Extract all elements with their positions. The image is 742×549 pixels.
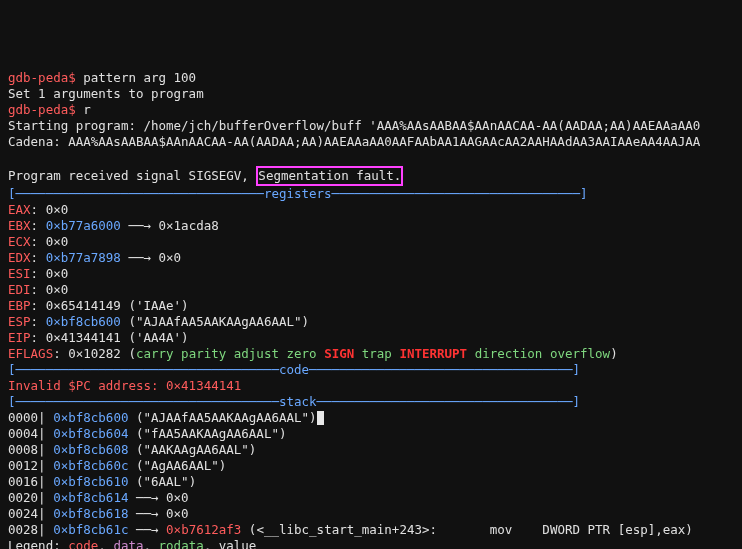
stack-addr-0: 0×bf8cb600 (53, 410, 128, 425)
stack-tail-2: ("AAKAAgAA6AAL") (128, 442, 256, 457)
cursor (317, 411, 324, 425)
ef-close: ) (610, 346, 618, 361)
legend-value: , value (204, 538, 257, 549)
prompt: gdb-peda$ (8, 70, 76, 85)
code-hdr-label: code (279, 362, 309, 377)
starting-program: Starting program: /home/jch/bufferOverfl… (8, 118, 700, 133)
code-hdr-post: ───────────────────────────────────] (309, 362, 580, 377)
reg-esp-tail: ("AJAAfAA5AAKAAgAA6AAL") (121, 314, 309, 329)
stack-addr-2: 0×bf8cb608 (53, 442, 128, 457)
code-hdr-pre: [─────────────────────────────────── (8, 362, 279, 377)
reg-ebp-val: : 0×65414149 ('IAAe') (31, 298, 189, 313)
command-1: pattern arg 100 (76, 70, 196, 85)
reg-eax-val: : 0×0 (31, 202, 69, 217)
segfault-highlight: Segmentation fault. (256, 166, 403, 186)
reg-eflags-val: : 0×10282 ( (53, 346, 136, 361)
registers-hdr-label: registers (264, 186, 332, 201)
reg-edi-val: : 0×0 (31, 282, 69, 297)
ef-adjust: adjust (234, 346, 287, 361)
reg-edi-key: EDI (8, 282, 31, 297)
set-args-line: Set 1 arguments to program (8, 86, 204, 101)
stack-off-7: 0028 (8, 522, 38, 537)
stack-tail-6: ──→ 0×0 (128, 506, 188, 521)
stack-tail-5: ──→ 0×0 (128, 490, 188, 505)
legend-code: code (68, 538, 98, 549)
reg-esi-val: : 0×0 (31, 266, 69, 281)
ef-dir-overflow: direction overflow (467, 346, 610, 361)
reg-edx-tail: ──→ 0×0 (121, 250, 181, 265)
legend-prefix: Legend: (8, 538, 68, 549)
stack-addr-7: 0×bf8cb61c (53, 522, 128, 537)
stack-off-3: 0012 (8, 458, 38, 473)
stack-addr2-7: 0×b7612af3 (166, 522, 241, 537)
reg-eflags-key: EFLAGS (8, 346, 53, 361)
ef-sign: SIGN (324, 346, 354, 361)
stack-hdr-post: ──────────────────────────────────] (317, 394, 580, 409)
reg-esp-addr: 0×bf8cb600 (46, 314, 121, 329)
stack-addr-6: 0×bf8cb618 (53, 506, 128, 521)
invalid-pc: Invalid $PC address: 0×41344141 (8, 378, 241, 393)
reg-ecx-key: ECX (8, 234, 31, 249)
stack-hdr-pre: [─────────────────────────────────── (8, 394, 279, 409)
reg-ebp-key: EBP (8, 298, 31, 313)
legend-data: data (113, 538, 143, 549)
reg-ebx-tail: ──→ 0×1acda8 (121, 218, 219, 233)
reg-esp-key: ESP (8, 314, 31, 329)
signal-line-prefix: Program received signal SIGSEGV, (8, 168, 256, 183)
ef-interrupt: INTERRUPT (399, 346, 467, 361)
stack-tail-0: ("AJAAfAA5AAKAAgAA6AAL") (128, 410, 316, 425)
stack-off-5: 0020 (8, 490, 38, 505)
stack-addr-1: 0×bf8cb604 (53, 426, 128, 441)
stack-arrow-7: ──→ (128, 522, 166, 537)
reg-ebx-addr: 0×b77a6000 (46, 218, 121, 233)
stack-off-0: 0000 (8, 410, 38, 425)
stack-off-6: 0024 (8, 506, 38, 521)
terminal-output[interactable]: gdb-peda$ pattern arg 100 Set 1 argument… (8, 70, 734, 549)
reg-esi-key: ESI (8, 266, 31, 281)
reg-ebx-key: EBX (8, 218, 31, 233)
stack-tail-4: ("6AAL") (128, 474, 196, 489)
reg-edx-addr: 0×b77a7898 (46, 250, 121, 265)
stack-hdr-label: stack (279, 394, 317, 409)
registers-hdr-post: ─────────────────────────────────] (332, 186, 588, 201)
ef-parity: parity (181, 346, 234, 361)
stack-tail-3: ("AgAA6AAL") (128, 458, 226, 473)
ef-zero: zero (286, 346, 324, 361)
ef-carry: carry (136, 346, 181, 361)
stack-tail-1: ("fAA5AAKAAgAA6AAL") (128, 426, 286, 441)
stack-off-1: 0004 (8, 426, 38, 441)
stack-addr-4: 0×bf8cb610 (53, 474, 128, 489)
prompt: gdb-peda$ (8, 102, 76, 117)
command-2: r (76, 102, 91, 117)
reg-edx-key: EDX (8, 250, 31, 265)
stack-addr-3: 0×bf8cb60c (53, 458, 128, 473)
reg-eip-val: : 0×41344141 ('AA4A') (31, 330, 189, 345)
cadena-line: Cadena: AAA%AAsAABAA$AAnAACAA-AA(AADAA;A… (8, 134, 700, 149)
reg-eip-key: EIP (8, 330, 31, 345)
stack-addr-5: 0×bf8cb614 (53, 490, 128, 505)
reg-eax-key: EAX (8, 202, 31, 217)
ef-trap: trap (354, 346, 399, 361)
stack-off-2: 0008 (8, 442, 38, 457)
reg-ecx-val: : 0×0 (31, 234, 69, 249)
stack-tail-7: (<__libc_start_main+243>: mov DWORD PTR … (241, 522, 693, 537)
stack-off-4: 0016 (8, 474, 38, 489)
registers-hdr-pre: [───────────────────────────────── (8, 186, 264, 201)
legend-rodata: rodata (159, 538, 204, 549)
